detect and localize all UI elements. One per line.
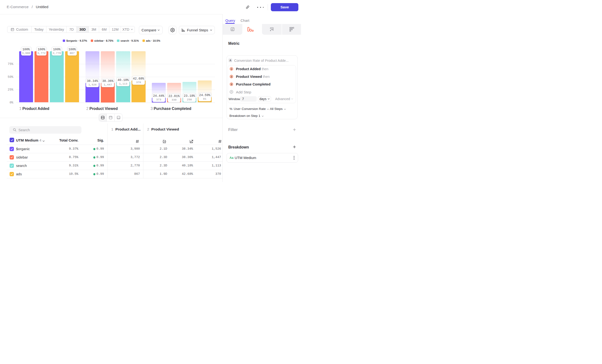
svg-text:2: 2 bbox=[231, 75, 232, 78]
svg-text:1: 1 bbox=[231, 68, 232, 70]
svg-text:3: 3 bbox=[231, 83, 232, 86]
